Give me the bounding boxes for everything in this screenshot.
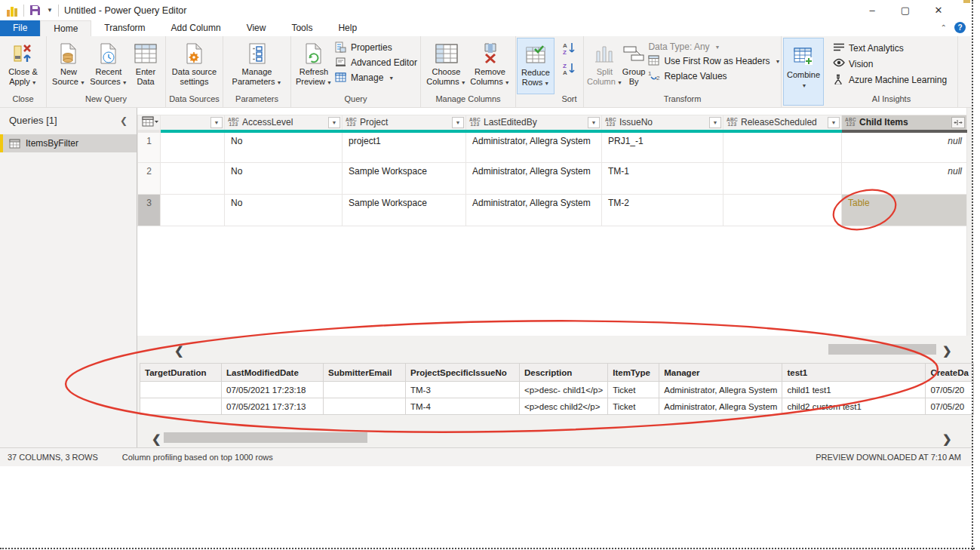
grid-cell[interactable]: No	[225, 195, 343, 226]
collapse-pane-icon[interactable]: ❮	[120, 115, 127, 126]
preview-cell[interactable]	[324, 382, 406, 398]
grid-cell[interactable]: TM-1	[602, 163, 723, 195]
expand-column-icon[interactable]	[951, 117, 965, 128]
preview-cell[interactable]: 07/05/20	[926, 382, 974, 398]
preview-header-createdate[interactable]: CreateDa	[926, 364, 974, 382]
help-icon[interactable]: ?	[954, 22, 966, 33]
refresh-preview-button[interactable]: Refresh Preview▼	[294, 38, 333, 88]
preview-cell[interactable]	[140, 398, 222, 415]
grid-cell[interactable]	[161, 163, 225, 195]
preview-header-projectspecificissueno[interactable]: ProjectSpecificIssueNo	[406, 364, 520, 382]
tab-file[interactable]: File	[0, 20, 40, 36]
filter-dropdown-icon[interactable]: ▼	[452, 117, 464, 128]
close-and-apply-button[interactable]: Close & Apply▼	[3, 38, 43, 88]
preview-cell[interactable]: Administrator, Allegra System	[659, 382, 782, 398]
row-number[interactable]: 1	[138, 131, 161, 163]
scroll-left-icon[interactable]: ❮	[174, 345, 184, 356]
maximize-button[interactable]: ▢	[889, 0, 922, 20]
group-by-button[interactable]: Group By	[622, 38, 646, 86]
save-icon[interactable]	[29, 5, 41, 17]
manage-parameters-button[interactable]: Manage Parameters▼	[226, 38, 287, 88]
tab-tools[interactable]: Tools	[278, 20, 325, 36]
split-column-button[interactable]: Split Column▼	[587, 38, 622, 88]
preview-header-lastmodifieddate[interactable]: LastModifiedDate	[222, 364, 324, 382]
text-analytics-button[interactable]: Text Analytics	[833, 42, 904, 54]
grid-hscroll-thumb[interactable]	[828, 344, 936, 355]
reduce-rows-button[interactable]: Reduce Rows▼	[518, 38, 553, 88]
enter-data-button[interactable]: Enter Data	[130, 38, 161, 86]
row-number[interactable]: 2	[138, 163, 161, 195]
close-button[interactable]: ✕	[922, 0, 955, 20]
grid-cell-null[interactable]: null	[842, 131, 967, 163]
grid-cell[interactable]: No	[225, 163, 343, 195]
column-header-child-items[interactable]: ABC123 Child Items	[842, 115, 967, 131]
grid-cell-null[interactable]: null	[842, 163, 967, 195]
properties-button[interactable]: Properties	[335, 41, 417, 54]
grid-cell[interactable]	[723, 131, 842, 163]
sort-ascending-button[interactable]: AZ	[561, 41, 578, 58]
preview-cell[interactable]: Ticket	[608, 382, 659, 398]
use-first-row-as-headers-button[interactable]: Use First Row as Headers ▼	[648, 55, 780, 67]
status-profiling[interactable]: Column profiling based on top 1000 rows	[122, 453, 273, 462]
tab-view[interactable]: View	[234, 20, 279, 36]
grid-cell[interactable]: Sample Workspace	[343, 163, 466, 195]
preview-cell[interactable]: TM-3	[406, 382, 520, 398]
grid-cell[interactable]	[161, 131, 225, 163]
column-header-lasteditedby[interactable]: ABC123 LastEditedBy ▼	[466, 115, 602, 131]
manage-button[interactable]: Manage ▼	[335, 72, 417, 84]
grid-cell[interactable]	[723, 195, 842, 226]
preview-cell[interactable]: <p>desc child2</p>	[520, 398, 608, 415]
scroll-right-icon[interactable]: ❯	[942, 345, 952, 356]
tab-add-column[interactable]: Add Column	[158, 20, 234, 36]
combine-button[interactable]: Combine▼	[784, 38, 823, 105]
tab-transform[interactable]: Transform	[91, 20, 158, 36]
grid-cell[interactable]	[161, 195, 225, 226]
sort-descending-button[interactable]: ZA	[561, 61, 578, 78]
replace-values-button[interactable]: 12 Replace Values	[648, 70, 780, 82]
preview-cell[interactable]	[324, 398, 406, 415]
preview-cell[interactable]: 07/05/20	[926, 398, 974, 415]
azure-machine-learning-button[interactable]: Azure Machine Learning	[833, 74, 947, 86]
filter-dropdown-icon[interactable]: ▼	[588, 117, 600, 128]
preview-cell[interactable]: Ticket	[608, 398, 659, 415]
collapse-ribbon-icon[interactable]: ⌃	[941, 23, 947, 32]
preview-header-itemtype[interactable]: ItemType	[608, 364, 659, 382]
filter-dropdown-icon[interactable]: ▼	[709, 117, 721, 128]
preview-cell[interactable]: 07/05/2021 17:23:18	[222, 382, 324, 398]
grid-cell[interactable]: Administrator, Allegra System	[466, 131, 602, 163]
grid-cell[interactable]: Administrator, Allegra System	[466, 195, 602, 226]
minimize-button[interactable]: –	[856, 0, 889, 20]
grid-cell[interactable]: PRJ1_-1	[602, 131, 723, 163]
data-source-settings-button[interactable]: Data source settings	[169, 38, 220, 86]
quick-access-dropdown-icon[interactable]: ▼	[47, 7, 53, 14]
preview-header-submitteremail[interactable]: SubmitterEmail	[324, 364, 406, 382]
vision-button[interactable]: Vision	[833, 58, 873, 70]
tab-home[interactable]: Home	[40, 20, 91, 36]
grid-cell[interactable]: Administrator, Allegra System	[466, 163, 602, 195]
preview-header-description[interactable]: Description	[520, 364, 608, 382]
grid-cell-table-link[interactable]: Table	[842, 195, 967, 226]
preview-cell[interactable]: <p>desc- child1</p>	[520, 382, 608, 398]
preview-cell[interactable]: Administrator, Allegra System	[659, 398, 782, 415]
filter-dropdown-icon[interactable]: ▼	[210, 117, 223, 128]
grid-cell[interactable]	[723, 163, 842, 195]
preview-cell[interactable]: TM-4	[406, 398, 520, 415]
scroll-left-icon[interactable]: ❮	[152, 433, 161, 444]
grid-cell[interactable]: TM-2	[602, 195, 723, 226]
scroll-right-icon[interactable]: ❯	[942, 433, 952, 444]
preview-header-manager[interactable]: Manager	[659, 364, 782, 382]
preview-header-targetduration[interactable]: TargetDuration	[140, 364, 222, 382]
filter-dropdown-icon[interactable]: ▼	[828, 117, 840, 128]
choose-columns-button[interactable]: Choose Columns▼	[425, 38, 468, 88]
preview-cell[interactable]	[140, 382, 222, 398]
preview-hscroll-thumb[interactable]	[164, 432, 367, 443]
recent-sources-button[interactable]: Recent Sources▼	[88, 38, 130, 88]
tab-help[interactable]: Help	[325, 20, 370, 36]
column-header-project[interactable]: ABC123 Project ▼	[343, 115, 466, 131]
grid-cell[interactable]: No	[225, 131, 343, 163]
query-item-itemsbyfilter[interactable]: ItemsByFilter	[0, 134, 137, 152]
preview-cell[interactable]: child2 custom test1	[782, 398, 926, 415]
column-header-releasescheduled[interactable]: ABC123 ReleaseScheduled ▼	[723, 115, 842, 131]
preview-cell[interactable]: 07/05/2021 17:37:13	[222, 398, 324, 415]
filter-dropdown-icon[interactable]: ▼	[328, 117, 340, 128]
